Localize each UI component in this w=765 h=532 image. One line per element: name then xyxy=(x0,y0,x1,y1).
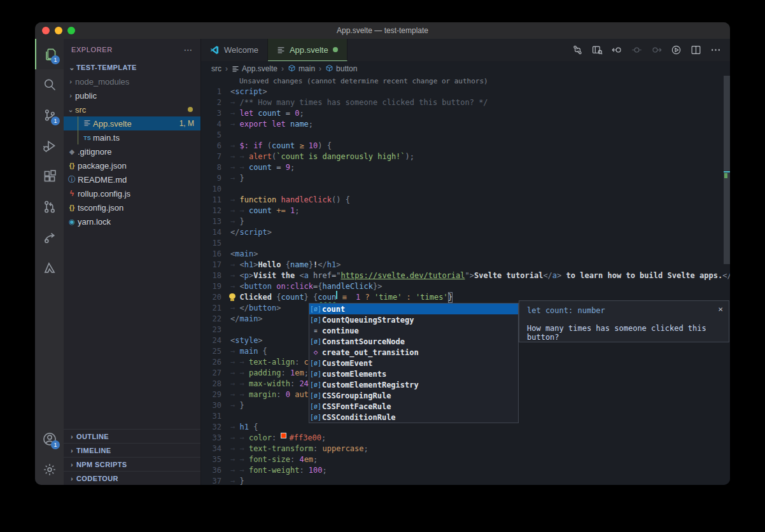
editor-scrollbar[interactable] xyxy=(724,76,730,264)
code-token: 1 xyxy=(290,206,295,216)
activity-azure-icon[interactable] xyxy=(35,253,64,283)
suggestion-count[interactable]: [ø]count xyxy=(309,304,518,314)
file-label: App.svelte xyxy=(93,119,132,129)
activity-settings-gear-icon[interactable] xyxy=(35,454,64,485)
activity-run-debug-icon[interactable] xyxy=(35,130,64,161)
suggestion-customelements[interactable]: [ø]customElements xyxy=(309,368,518,379)
code-line-33[interactable]: 33→ → color: #ff3e00; xyxy=(201,433,730,444)
tab-welcome[interactable]: Welcome xyxy=(201,39,268,61)
code-line-1[interactable]: 1<script> xyxy=(201,87,730,97)
code-line-3[interactable]: 3→ let count = 0; xyxy=(201,108,730,119)
code-line-18[interactable]: 18→ <p>Visit the <a href="https://svelte… xyxy=(201,270,730,281)
code-line-15[interactable]: 15 xyxy=(201,238,730,249)
tab-app-svelte[interactable]: App.svelte xyxy=(268,39,347,61)
code-token: count xyxy=(272,141,299,151)
sidebar-section-codetour[interactable]: ›CODETOUR xyxy=(64,471,200,485)
split-editor-icon[interactable] xyxy=(691,45,701,55)
explorer-item-tsconfig-json[interactable]: {}tsconfig.json xyxy=(64,200,200,214)
code-line-11[interactable]: 11→ function handleClick() { xyxy=(201,195,730,206)
explorer-more-actions-icon[interactable]: ⋯ xyxy=(183,45,193,55)
breadcrumb-item-main[interactable]: main xyxy=(288,64,315,73)
nav-forward-icon[interactable] xyxy=(651,45,662,55)
activity-live-share-icon[interactable] xyxy=(35,222,64,253)
code-line-19[interactable]: 19→ <button on:click={handleClick}> xyxy=(201,281,730,292)
explorer-item-rollup-config-js[interactable]: ϟrollup.config.js xyxy=(64,186,200,200)
suggestion-create_out_transition[interactable]: ◇create_out_transition xyxy=(309,347,518,358)
code-line-9[interactable]: 9→ } xyxy=(201,173,730,184)
code-line-34[interactable]: 34→ → text-transform: uppercase; xyxy=(201,444,730,454)
suggestion-cssconditionrule[interactable]: [ø]CSSConditionRule xyxy=(309,412,518,423)
lightbulb-icon[interactable] xyxy=(229,293,235,301)
explorer-item--gitignore[interactable]: ◆.gitignore xyxy=(64,144,200,158)
nav-back-icon[interactable] xyxy=(612,45,622,55)
code-line-13[interactable]: 13→ } xyxy=(201,216,730,227)
breadcrumb-item-app-svelte[interactable]: App.svelte xyxy=(232,64,277,73)
activity-extensions-icon[interactable] xyxy=(35,161,64,192)
more-actions-icon[interactable] xyxy=(710,45,721,55)
code-line-7[interactable]: 7→ → alert(`count is dangerously high!`)… xyxy=(201,151,730,162)
line-number: 30 xyxy=(201,400,230,411)
code-token: → xyxy=(239,389,248,400)
close-icon[interactable]: × xyxy=(718,304,723,314)
code-line-4[interactable]: 4→ export let name; xyxy=(201,119,730,130)
vscode-logo-icon xyxy=(210,45,220,55)
code-line-12[interactable]: 12→ → count += 1; xyxy=(201,206,730,216)
code-token: → xyxy=(230,476,239,485)
suggestion-countqueuingstrategy[interactable]: [ø]CountQueuingStrategy xyxy=(309,314,518,325)
code-line-8[interactable]: 8→ → count = 9; xyxy=(201,162,730,173)
explorer-item-package-json[interactable]: {}package.json xyxy=(64,158,200,172)
code-line-17[interactable]: 17→ <h1>Hello {name}!</h1> xyxy=(201,260,730,270)
activity-files-icon[interactable]: 1 xyxy=(35,39,64,69)
explorer-item-public[interactable]: ›public xyxy=(64,88,200,102)
code-token: ! xyxy=(313,260,318,270)
code-editor[interactable]: Unsaved changes (cannot determine recent… xyxy=(201,76,730,485)
suggestion-cssgroupingrule[interactable]: [ø]CSSGroupingRule xyxy=(309,390,518,401)
code-line-32[interactable]: 32→ h1 { xyxy=(201,422,730,433)
breadcrumb-item-src[interactable]: src xyxy=(211,64,221,73)
title-bar[interactable]: App.svelte — test-template xyxy=(35,22,730,39)
codelens-unsaved-changes[interactable]: Unsaved changes (cannot determine recent… xyxy=(201,76,730,87)
code-line-2[interactable]: 2→ /** How many times has someone clicke… xyxy=(201,97,730,108)
zoom-window-button[interactable] xyxy=(67,27,75,34)
activity-source-control-icon[interactable]: 1 xyxy=(35,100,64,130)
close-window-button[interactable] xyxy=(42,27,50,34)
explorer-item-yarn-lock[interactable]: ◉yarn.lock xyxy=(64,214,200,228)
code-token: style xyxy=(235,335,258,346)
code-token: href xyxy=(313,270,332,281)
activity-account-icon[interactable]: 1 xyxy=(35,424,64,454)
open-preview-icon[interactable] xyxy=(592,45,603,55)
explorer-item-node-modules[interactable]: ›node_modules xyxy=(64,74,200,88)
explorer-item-readme-md[interactable]: ⓘREADME.md xyxy=(64,172,200,186)
explorer-item-main-ts[interactable]: TSmain.ts xyxy=(64,130,200,144)
activity-search-icon[interactable] xyxy=(35,69,64,100)
git-compare-icon[interactable] xyxy=(572,45,583,55)
code-line-5[interactable]: 5 xyxy=(201,130,730,141)
explorer-item-src[interactable]: ⌄src xyxy=(64,102,200,116)
code-token: on:click xyxy=(276,281,313,292)
sidebar-section-outline[interactable]: ›OUTLINE xyxy=(64,429,200,443)
explorer-root-folder[interactable]: ⌄ TEST-TEMPLATE xyxy=(64,60,200,74)
suggestion-continue[interactable]: ≡continue xyxy=(309,325,518,336)
code-line-37[interactable]: 37→ } xyxy=(201,476,730,485)
run-circle-icon[interactable] xyxy=(671,45,682,55)
code-line-35[interactable]: 35→ → font-size: 4em; xyxy=(201,454,730,465)
suggestion-customelementregistry[interactable]: [ø]CustomElementRegistry xyxy=(309,379,518,390)
code-line-36[interactable]: 36→ → font-weight: 100; xyxy=(201,465,730,476)
activity-github-pull-request-icon[interactable] xyxy=(35,192,64,222)
nav-circle-icon[interactable] xyxy=(631,45,642,55)
breadcrumb-item-button[interactable]: button xyxy=(325,64,357,73)
code-token: script xyxy=(239,227,267,238)
code-line-6[interactable]: 6→ $: if (count ≥ 10) { xyxy=(201,141,730,151)
minimize-window-button[interactable] xyxy=(55,27,62,34)
code-line-10[interactable]: 10 xyxy=(201,184,730,195)
suggestion-cssfontfacerule[interactable]: [ø]CSSFontFaceRule xyxy=(309,401,518,412)
explorer-item-app-svelte[interactable]: App.svelte1, M xyxy=(64,116,200,130)
code-line-14[interactable]: 14</script> xyxy=(201,227,730,238)
code-line-16[interactable]: 16<main> xyxy=(201,249,730,260)
suggestion-customevent[interactable]: [ø]CustomEvent xyxy=(309,358,518,368)
code-token: 'times' xyxy=(416,292,448,303)
sidebar-section-timeline[interactable]: ›TIMELINE xyxy=(64,443,200,457)
sidebar-section-npm-scripts[interactable]: ›NPM SCRIPTS xyxy=(64,457,200,471)
suggestion-constantsourcenode[interactable]: [ø]ConstantSourceNode xyxy=(309,336,518,347)
code-token: export let xyxy=(239,119,290,130)
